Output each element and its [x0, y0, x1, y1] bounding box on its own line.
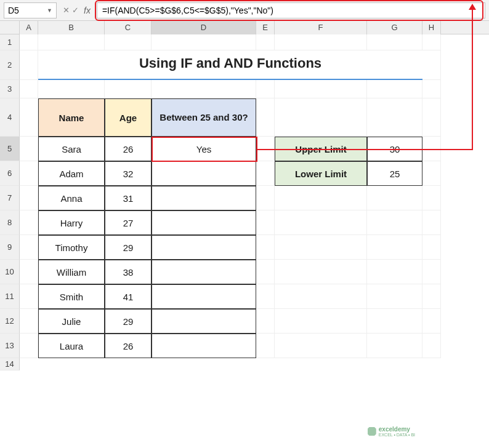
name-box[interactable]: D5 ▼	[4, 2, 57, 18]
cancel-icon[interactable]: ✕	[63, 6, 70, 15]
page-title[interactable]: Using IF and AND Functions	[38, 50, 422, 80]
col-header-f[interactable]: F	[275, 21, 367, 34]
col-header-b[interactable]: B	[38, 21, 105, 34]
row-9: 9 Timothy 29	[0, 235, 489, 260]
row-10: 10 William 38	[0, 260, 489, 284]
cell-age[interactable]: 26	[105, 137, 152, 161]
row-14: 14	[0, 358, 489, 370]
formula-input[interactable]: =IF(AND(C5>=$G$6,C5<=$G$5),"Yes","No")	[97, 2, 485, 18]
col-header-e[interactable]: E	[256, 21, 275, 34]
select-all-corner[interactable]	[0, 21, 20, 34]
column-headers: A B C D E F G H	[0, 21, 489, 34]
lower-limit-label[interactable]: Lower Limit	[275, 161, 367, 186]
fx-icon[interactable]: fx	[84, 6, 91, 15]
formula-controls: ✕ ✓ fx	[60, 6, 93, 15]
row-1: 1	[0, 34, 489, 50]
row-header-1[interactable]: 1	[0, 34, 20, 50]
col-header-h[interactable]: H	[422, 21, 441, 34]
grid-body: 1 2 Using IF and AND Functions 3	[0, 34, 489, 370]
row-2: 2 Using IF and AND Functions	[0, 50, 489, 80]
annotation-arrow-head	[469, 4, 476, 10]
row-6: 6 Adam 32 Lower Limit 25	[0, 161, 489, 186]
row-header-2[interactable]: 2	[0, 50, 20, 80]
confirm-icon[interactable]: ✓	[72, 6, 79, 15]
header-age[interactable]: Age	[105, 98, 152, 137]
row-3: 3	[0, 80, 489, 98]
row-12: 12 Julie 29	[0, 309, 489, 334]
col-header-d[interactable]: D	[152, 21, 256, 34]
header-name[interactable]: Name	[38, 98, 105, 137]
row-4: 4 Name Age Between 25 and 30?	[0, 98, 489, 137]
header-between[interactable]: Between 25 and 30?	[152, 98, 256, 137]
watermark-icon	[368, 427, 376, 436]
annotation-arrow-h	[257, 149, 473, 150]
name-box-value: D5	[8, 6, 19, 15]
col-header-g[interactable]: G	[367, 21, 422, 34]
cell-result-d5[interactable]: Yes	[152, 137, 256, 161]
annotation-arrow-v	[472, 9, 473, 150]
row-8: 8 Harry 27	[0, 210, 489, 235]
row-11: 11 Smith 41	[0, 284, 489, 309]
lower-limit-value[interactable]: 25	[367, 161, 422, 186]
row-7: 7 Anna 31	[0, 186, 489, 210]
watermark: exceldemy EXCEL • DATA • BI	[368, 426, 415, 437]
row-13: 13 Laura 26	[0, 334, 489, 358]
spreadsheet: A B C D E F G H 1 2 Using IF and AND Fun…	[0, 21, 489, 370]
col-header-c[interactable]: C	[105, 21, 152, 34]
formula-bar-row: D5 ▼ ✕ ✓ fx =IF(AND(C5>=$G$6,C5<=$G$5),"…	[0, 0, 489, 21]
cell-name[interactable]: Sara	[38, 137, 105, 161]
formula-text: =IF(AND(C5>=$G$6,C5<=$G$5),"Yes","No")	[102, 6, 273, 15]
col-header-a[interactable]: A	[20, 21, 38, 34]
chevron-down-icon[interactable]: ▼	[47, 7, 52, 14]
